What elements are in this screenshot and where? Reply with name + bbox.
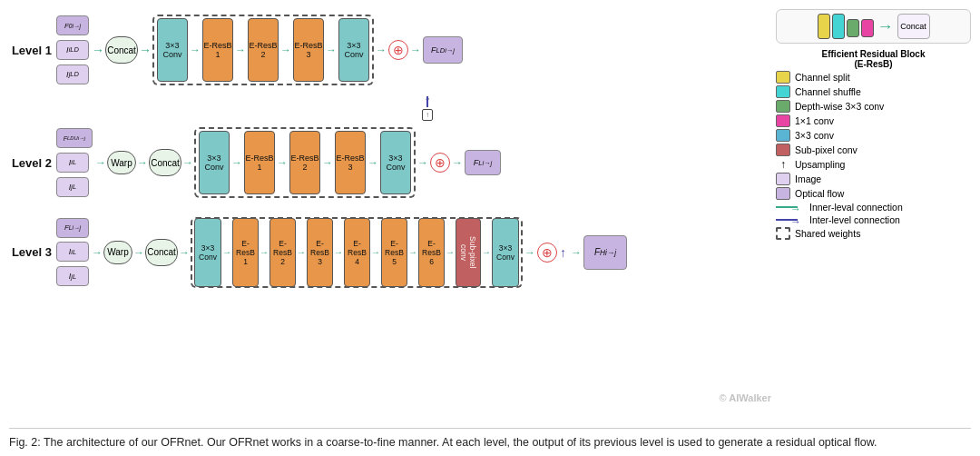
level-3-inputs: FLi→j IiL IjL bbox=[56, 216, 89, 289]
legend-1x1-conv: 1×1 conv bbox=[776, 114, 971, 127]
legend-icon-upsampling: ↑ bbox=[776, 158, 790, 171]
level-1-label: Level 1 bbox=[9, 44, 56, 57]
legend-color-image bbox=[776, 173, 790, 185]
level-3-conv-out: 3×3Conv bbox=[492, 218, 519, 287]
level-2-row: Level 2 FLDUi→j IiL IjL → Warp → Concat … bbox=[9, 122, 762, 203]
legend-inner-level: → Inner-leval connection bbox=[776, 202, 971, 213]
legend-concat-box: Concat bbox=[897, 14, 930, 39]
legend-eresb-green bbox=[847, 19, 859, 37]
level-3-input-1: IiL bbox=[56, 242, 89, 262]
level-2-concat: Concat bbox=[149, 149, 181, 176]
legend-label-subpix-conv: Sub-pixel conv bbox=[795, 144, 858, 155]
level-3-input-0: FLi→j bbox=[56, 218, 89, 238]
level-1-arrow-0 bbox=[92, 43, 104, 57]
level-2-output: FLi→j bbox=[465, 150, 501, 175]
level-2-warp: Warp bbox=[107, 151, 136, 174]
level-1-input-2: IjLD bbox=[56, 64, 89, 84]
level-2-input-2: IjL bbox=[56, 177, 89, 197]
legend-label-shared-weights: Shared weights bbox=[795, 228, 860, 239]
legend-eresb-boxes: → Concat bbox=[818, 14, 930, 39]
level-2-eresb-2: E-ResB2 bbox=[289, 131, 320, 194]
legend-eresb-cyan bbox=[832, 14, 845, 39]
level-2-input-0: FLDUi→j bbox=[56, 128, 93, 148]
level-1-arrow-1 bbox=[139, 43, 152, 57]
level-3-eresb-2: E-ResB2 bbox=[270, 218, 296, 287]
legend-label-3x3-conv: 3×3 conv bbox=[795, 130, 834, 141]
legend-items: Channel split Channel shuffle Depth-wise… bbox=[776, 71, 971, 240]
level-3-eresb-1: E-ResB1 bbox=[232, 218, 259, 287]
legend-arrow-inner: → bbox=[776, 206, 798, 208]
legend-color-channel-shuffle bbox=[776, 85, 790, 98]
level-3-subpix: Sub-pixelconv bbox=[456, 218, 481, 287]
legend-title: Efficient Residual Block(E-ResB) bbox=[776, 49, 971, 69]
level-2-plus: ⊕ bbox=[430, 153, 450, 173]
level-2-dashed-group: 3×3Conv → E-ResB1 → E-ResB2 → E-ResB3 → … bbox=[194, 127, 416, 198]
level-1-input-0: F0i→j bbox=[56, 15, 89, 35]
legend-3x3-conv: 3×3 conv bbox=[776, 129, 971, 142]
level-1-eresb-3: E-ResB3 bbox=[293, 18, 324, 82]
level-3-input-2: IjL bbox=[56, 266, 89, 286]
legend-depth-wise: Depth-wise 3×3 conv bbox=[776, 100, 971, 113]
legend-optical-flow: Optical flow bbox=[776, 187, 971, 200]
level-3-dashed-group: 3×3Conv → E-ResB1 → E-ResB2 → E-ResB3 → … bbox=[191, 217, 523, 288]
level-1-inputs: F0i→j IiLD IjLD bbox=[56, 14, 89, 86]
legend-color-3x3-conv bbox=[776, 129, 790, 142]
legend-color-subpix-conv bbox=[776, 144, 790, 156]
legend-label-inter-level: Inter-level connection bbox=[809, 214, 900, 225]
level-3-warp: Warp bbox=[103, 241, 132, 264]
level-3-concat: Concat bbox=[145, 239, 178, 266]
level-2-inputs: FLDUi→j IiL IjL bbox=[56, 126, 93, 199]
level-1-eresb-1: E-ResB1 bbox=[202, 18, 233, 82]
caption-text: Fig. 2: The architecture of our OFRnet. … bbox=[9, 436, 877, 449]
level-3-label: Level 3 bbox=[9, 245, 56, 259]
level-1-input-1: IiLD bbox=[56, 40, 89, 60]
level-2-input-1: IiL bbox=[56, 153, 89, 173]
legend-icon-shared-weights bbox=[776, 227, 790, 240]
legend-upsampling: ↑ Upsampling bbox=[776, 158, 971, 171]
level-1-conv-out: 3×3Conv bbox=[338, 18, 369, 82]
level-3-output: FHi→j bbox=[583, 235, 627, 270]
legend-eresb-illustration: → Concat bbox=[776, 9, 971, 44]
legend-eresb-pink bbox=[861, 19, 874, 37]
level-2-eresb-1: E-ResB1 bbox=[244, 131, 275, 194]
level-1-row: Level 1 F0i→j IiLD IjLD Concat 3×3Conv →… bbox=[9, 9, 762, 91]
legend-label-upsampling: Upsampling bbox=[795, 159, 845, 170]
level-2-label: Level 2 bbox=[9, 156, 56, 170]
level-3-eresb-4: E-ResB4 bbox=[344, 218, 370, 287]
level-3-eresb-5: E-ResB5 bbox=[381, 218, 407, 287]
level-3-plus: ⊕ bbox=[537, 243, 557, 263]
legend-label-channel-shuffle: Channel shuffle bbox=[795, 86, 861, 97]
legend-image: Image bbox=[776, 173, 971, 185]
legend-eresb-yellow bbox=[818, 14, 830, 39]
level-1-dashed-group: 3×3Conv → E-ResB1 → E-ResB2 → E-ResB3 → … bbox=[152, 15, 374, 85]
legend-inter-level: → Inter-level connection bbox=[776, 214, 971, 225]
level-2-conv-in: 3×3Conv bbox=[199, 131, 230, 194]
level-1-eresb-2: E-ResB2 bbox=[248, 18, 279, 82]
legend-color-depth-wise bbox=[776, 100, 790, 113]
legend-label-channel-split: Channel split bbox=[795, 72, 850, 83]
level-3-row: Level 3 FLi→j IiL IjL → Warp → Concat → … bbox=[9, 209, 762, 295]
legend-label-depth-wise: Depth-wise 3×3 conv bbox=[795, 101, 884, 112]
legend-label-1x1-conv: 1×1 conv bbox=[795, 115, 834, 126]
legend-container: → Concat Efficient Residual Block(E-ResB… bbox=[771, 9, 971, 424]
legend-subpix-conv: Sub-pixel conv bbox=[776, 144, 971, 156]
legend-shared-weights: Shared weights bbox=[776, 227, 971, 240]
legend-color-channel-split bbox=[776, 71, 790, 84]
legend-color-optical-flow bbox=[776, 187, 790, 200]
up-arrow-1: ↑ ↑ bbox=[281, 96, 762, 116]
legend-label-inner-level: Inner-leval connection bbox=[809, 202, 903, 213]
legend-label-optical-flow: Optical flow bbox=[795, 188, 844, 199]
levels-container: Level 1 F0i→j IiLD IjLD Concat 3×3Conv →… bbox=[9, 9, 771, 424]
level-2-conv-out: 3×3Conv bbox=[380, 131, 411, 194]
legend-label-image: Image bbox=[795, 173, 821, 184]
level-3-conv-in: 3×3Conv bbox=[194, 218, 221, 287]
caption-area: Fig. 2: The architecture of our OFRnet. … bbox=[9, 428, 971, 451]
level-1-conv-in: 3×3Conv bbox=[157, 18, 188, 82]
legend-channel-split: Channel split bbox=[776, 71, 971, 84]
level-1-plus: ⊕ bbox=[388, 40, 408, 60]
legend-arrow-inter: → bbox=[776, 219, 798, 221]
watermark: © AIWalker bbox=[720, 392, 771, 403]
legend-color-1x1-conv bbox=[776, 114, 790, 127]
legend-channel-shuffle: Channel shuffle bbox=[776, 85, 971, 98]
level-1-concat: Concat bbox=[105, 36, 138, 64]
